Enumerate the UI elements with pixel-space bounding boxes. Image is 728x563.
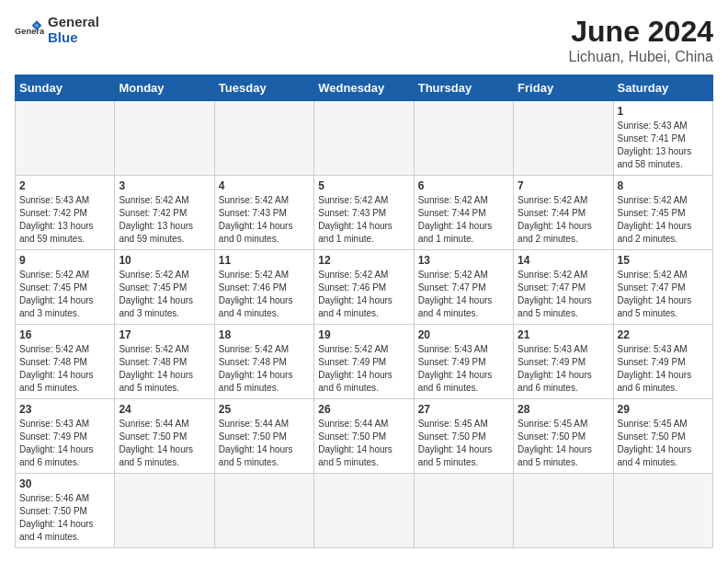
day-number: 18 [219, 328, 310, 341]
cell-info: Sunrise: 5:42 AM Sunset: 7:43 PM Dayligh… [219, 194, 310, 246]
day-number: 12 [318, 254, 409, 267]
table-row [314, 474, 414, 548]
table-row: 6Sunrise: 5:42 AM Sunset: 7:44 PM Daylig… [414, 176, 513, 250]
table-row [214, 101, 313, 176]
table-row [16, 101, 115, 176]
col-monday: Monday [115, 75, 214, 101]
cell-info: Sunrise: 5:45 AM Sunset: 7:50 PM Dayligh… [518, 418, 609, 469]
day-number: 5 [318, 179, 409, 192]
table-row: 24Sunrise: 5:44 AM Sunset: 7:50 PM Dayli… [115, 399, 214, 474]
day-number: 25 [219, 403, 310, 416]
calendar-week-row: 1Sunrise: 5:43 AM Sunset: 7:41 PM Daylig… [16, 101, 713, 176]
calendar-header-row: Sunday Monday Tuesday Wednesday Thursday… [16, 75, 713, 101]
day-number: 11 [219, 254, 310, 267]
cell-info: Sunrise: 5:43 AM Sunset: 7:42 PM Dayligh… [19, 194, 110, 246]
cell-info: Sunrise: 5:42 AM Sunset: 7:46 PM Dayligh… [219, 269, 310, 320]
table-row: 22Sunrise: 5:43 AM Sunset: 7:49 PM Dayli… [613, 325, 712, 399]
cell-info: Sunrise: 5:43 AM Sunset: 7:49 PM Dayligh… [518, 343, 609, 395]
table-row: 19Sunrise: 5:42 AM Sunset: 7:49 PM Dayli… [314, 325, 414, 399]
table-row: 15Sunrise: 5:42 AM Sunset: 7:47 PM Dayli… [613, 250, 712, 325]
table-row: 21Sunrise: 5:43 AM Sunset: 7:49 PM Dayli… [514, 325, 613, 399]
cell-info: Sunrise: 5:42 AM Sunset: 7:42 PM Dayligh… [119, 194, 210, 246]
cell-info: Sunrise: 5:45 AM Sunset: 7:50 PM Dayligh… [618, 418, 709, 469]
table-row [613, 474, 712, 548]
table-row: 25Sunrise: 5:44 AM Sunset: 7:50 PM Dayli… [214, 399, 313, 474]
table-row [414, 474, 513, 548]
cell-info: Sunrise: 5:43 AM Sunset: 7:49 PM Dayligh… [19, 418, 110, 469]
calendar-week-row: 23Sunrise: 5:43 AM Sunset: 7:49 PM Dayli… [16, 399, 713, 474]
day-number: 1 [618, 105, 709, 118]
title-area: June 2024 Lichuan, Hubei, China [569, 15, 713, 65]
cell-info: Sunrise: 5:44 AM Sunset: 7:50 PM Dayligh… [318, 418, 409, 469]
cell-info: Sunrise: 5:43 AM Sunset: 7:49 PM Dayligh… [418, 343, 509, 395]
table-row: 1Sunrise: 5:43 AM Sunset: 7:41 PM Daylig… [613, 101, 712, 176]
cell-info: Sunrise: 5:42 AM Sunset: 7:49 PM Dayligh… [318, 343, 409, 395]
day-number: 3 [119, 179, 210, 192]
table-row [115, 101, 214, 176]
table-row: 28Sunrise: 5:45 AM Sunset: 7:50 PM Dayli… [514, 399, 613, 474]
table-row: 12Sunrise: 5:42 AM Sunset: 7:46 PM Dayli… [314, 250, 414, 325]
table-row: 10Sunrise: 5:42 AM Sunset: 7:45 PM Dayli… [115, 250, 214, 325]
col-thursday: Thursday [414, 75, 513, 101]
table-row: 13Sunrise: 5:42 AM Sunset: 7:47 PM Dayli… [414, 250, 513, 325]
calendar-week-row: 2Sunrise: 5:43 AM Sunset: 7:42 PM Daylig… [16, 176, 713, 250]
cell-info: Sunrise: 5:46 AM Sunset: 7:50 PM Dayligh… [19, 492, 110, 544]
table-row: 27Sunrise: 5:45 AM Sunset: 7:50 PM Dayli… [414, 399, 513, 474]
cell-info: Sunrise: 5:42 AM Sunset: 7:45 PM Dayligh… [119, 269, 210, 320]
day-number: 27 [418, 403, 509, 416]
table-row: 9Sunrise: 5:42 AM Sunset: 7:45 PM Daylig… [16, 250, 115, 325]
cell-info: Sunrise: 5:44 AM Sunset: 7:50 PM Dayligh… [219, 418, 310, 469]
col-saturday: Saturday [613, 75, 712, 101]
col-friday: Friday [514, 75, 613, 101]
svg-text:General: General [15, 27, 44, 36]
cell-info: Sunrise: 5:42 AM Sunset: 7:47 PM Dayligh… [418, 269, 509, 320]
table-row: 30Sunrise: 5:46 AM Sunset: 7:50 PM Dayli… [16, 474, 115, 548]
cell-info: Sunrise: 5:43 AM Sunset: 7:49 PM Dayligh… [618, 343, 709, 395]
day-number: 7 [518, 179, 609, 192]
calendar-week-row: 9Sunrise: 5:42 AM Sunset: 7:45 PM Daylig… [16, 250, 713, 325]
table-row: 20Sunrise: 5:43 AM Sunset: 7:49 PM Dayli… [414, 325, 513, 399]
table-row: 5Sunrise: 5:42 AM Sunset: 7:43 PM Daylig… [314, 176, 414, 250]
logo-icon: General [15, 16, 44, 45]
table-row [514, 474, 613, 548]
day-number: 8 [618, 179, 709, 192]
day-number: 4 [219, 179, 310, 192]
day-number: 24 [119, 403, 210, 416]
table-row: 8Sunrise: 5:42 AM Sunset: 7:45 PM Daylig… [613, 176, 712, 250]
day-number: 13 [418, 254, 509, 267]
table-row: 3Sunrise: 5:42 AM Sunset: 7:42 PM Daylig… [115, 176, 214, 250]
table-row: 17Sunrise: 5:42 AM Sunset: 7:48 PM Dayli… [115, 325, 214, 399]
table-row: 29Sunrise: 5:45 AM Sunset: 7:50 PM Dayli… [613, 399, 712, 474]
table-row: 18Sunrise: 5:42 AM Sunset: 7:48 PM Dayli… [214, 325, 313, 399]
calendar-week-row: 30Sunrise: 5:46 AM Sunset: 7:50 PM Dayli… [16, 474, 713, 548]
cell-info: Sunrise: 5:42 AM Sunset: 7:48 PM Dayligh… [119, 343, 210, 395]
logo-blue-text: Blue [48, 30, 99, 46]
cell-info: Sunrise: 5:42 AM Sunset: 7:44 PM Dayligh… [418, 194, 509, 246]
table-row: 16Sunrise: 5:42 AM Sunset: 7:48 PM Dayli… [16, 325, 115, 399]
day-number: 6 [418, 179, 509, 192]
logo-general-text: General [48, 15, 99, 30]
cell-info: Sunrise: 5:42 AM Sunset: 7:44 PM Dayligh… [518, 194, 609, 246]
table-row [115, 474, 214, 548]
table-row: 7Sunrise: 5:42 AM Sunset: 7:44 PM Daylig… [514, 176, 613, 250]
cell-info: Sunrise: 5:44 AM Sunset: 7:50 PM Dayligh… [119, 418, 210, 469]
table-row [514, 101, 613, 176]
day-number: 28 [518, 403, 609, 416]
cell-info: Sunrise: 5:42 AM Sunset: 7:45 PM Dayligh… [19, 269, 110, 320]
header: General General Blue June 2024 Lichuan, … [15, 15, 713, 65]
day-number: 2 [19, 179, 110, 192]
table-row [414, 101, 513, 176]
table-row [314, 101, 414, 176]
day-number: 17 [119, 328, 210, 341]
cell-info: Sunrise: 5:42 AM Sunset: 7:45 PM Dayligh… [618, 194, 709, 246]
cell-info: Sunrise: 5:42 AM Sunset: 7:48 PM Dayligh… [19, 343, 110, 395]
day-number: 14 [518, 254, 609, 267]
calendar: Sunday Monday Tuesday Wednesday Thursday… [15, 75, 713, 548]
calendar-week-row: 16Sunrise: 5:42 AM Sunset: 7:48 PM Dayli… [16, 325, 713, 399]
day-number: 10 [119, 254, 210, 267]
location: Lichuan, Hubei, China [569, 49, 713, 65]
day-number: 26 [318, 403, 409, 416]
day-number: 29 [618, 403, 709, 416]
table-row: 11Sunrise: 5:42 AM Sunset: 7:46 PM Dayli… [214, 250, 313, 325]
col-wednesday: Wednesday [314, 75, 414, 101]
